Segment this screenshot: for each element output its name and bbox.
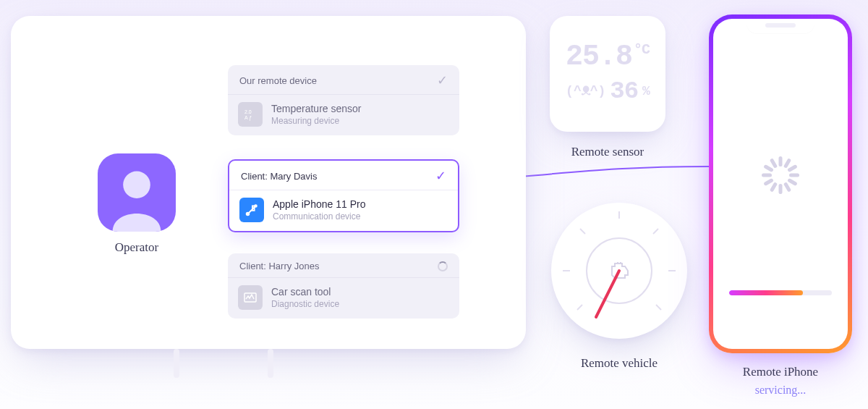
panel-leg bbox=[268, 349, 273, 378]
device-type: Diagnostic device bbox=[271, 299, 339, 309]
svg-line-12 bbox=[656, 305, 661, 310]
phone-notch bbox=[746, 19, 814, 33]
panel-leg bbox=[174, 349, 179, 378]
phone-screen bbox=[713, 19, 848, 349]
progress-bar bbox=[729, 290, 832, 295]
svg-point-4 bbox=[255, 205, 257, 207]
device-name: Car scan tool bbox=[271, 286, 339, 298]
loading-spinner-icon bbox=[762, 156, 799, 194]
diagnostic-icon bbox=[238, 285, 263, 310]
person-icon bbox=[106, 164, 167, 232]
device-name: Temperature sensor bbox=[271, 103, 362, 114]
device-card-temperature[interactable]: Our remote device ✓ 2.0A ƒ Temperature s… bbox=[228, 65, 459, 135]
humidity-value: 36 bbox=[610, 77, 638, 105]
humidity-display: (^ᴥ^) 36% bbox=[566, 77, 650, 105]
device-name: Apple iPhone 11 Pro bbox=[273, 198, 365, 210]
temperature-value: 25.8 bbox=[566, 41, 632, 73]
remote-sensor-device: 25.8°C (^ᴥ^) 36% bbox=[550, 16, 665, 132]
vehicle-label: Remote vehicle bbox=[551, 356, 687, 371]
card-header-label: Client: Mary Davis bbox=[241, 171, 317, 182]
remote-phone-frame bbox=[709, 14, 852, 353]
device-card-car-scan[interactable]: Client: Harry Jones Car scan tool Diagno… bbox=[228, 253, 459, 319]
sensor-label: Remote sensor bbox=[550, 145, 665, 159]
svg-line-11 bbox=[577, 305, 582, 310]
loading-spinner-icon bbox=[438, 261, 448, 271]
device-type: Measuring device bbox=[271, 116, 362, 126]
thermometer-icon: 2.0A ƒ bbox=[238, 102, 263, 127]
svg-line-13 bbox=[596, 271, 619, 317]
remote-vehicle-gauge bbox=[551, 203, 687, 339]
phone-label: Remote iPhone bbox=[709, 365, 852, 379]
device-type: Communication device bbox=[273, 211, 365, 222]
svg-point-0 bbox=[123, 171, 150, 198]
svg-line-8 bbox=[653, 229, 658, 234]
temperature-unit: °C bbox=[634, 41, 650, 58]
humidity-unit: % bbox=[642, 84, 650, 98]
card-header-label: Client: Harry Jones bbox=[239, 261, 320, 271]
device-card-iphone[interactable]: Client: Mary Davis ✓ Apple iPhone 11 Pro… bbox=[228, 159, 459, 232]
usb-icon bbox=[239, 198, 264, 222]
svg-line-7 bbox=[580, 229, 585, 234]
face-icon: (^ᴥ^) bbox=[566, 84, 605, 98]
svg-text:2.0: 2.0 bbox=[244, 109, 252, 114]
operator-label: Operator bbox=[98, 240, 176, 255]
phone-status: servicing... bbox=[709, 384, 852, 397]
temperature-display: 25.8°C bbox=[566, 43, 650, 72]
card-header-label: Our remote device bbox=[239, 75, 317, 86]
check-icon: ✓ bbox=[435, 168, 446, 184]
progress-fill bbox=[729, 290, 803, 295]
operator-avatar bbox=[98, 153, 176, 232]
operator-panel: Operator Our remote device ✓ 2.0A ƒ Temp… bbox=[11, 16, 526, 349]
check-icon: ✓ bbox=[437, 72, 448, 88]
gauge-ticks-icon bbox=[551, 203, 687, 339]
svg-text:A ƒ: A ƒ bbox=[244, 115, 252, 121]
